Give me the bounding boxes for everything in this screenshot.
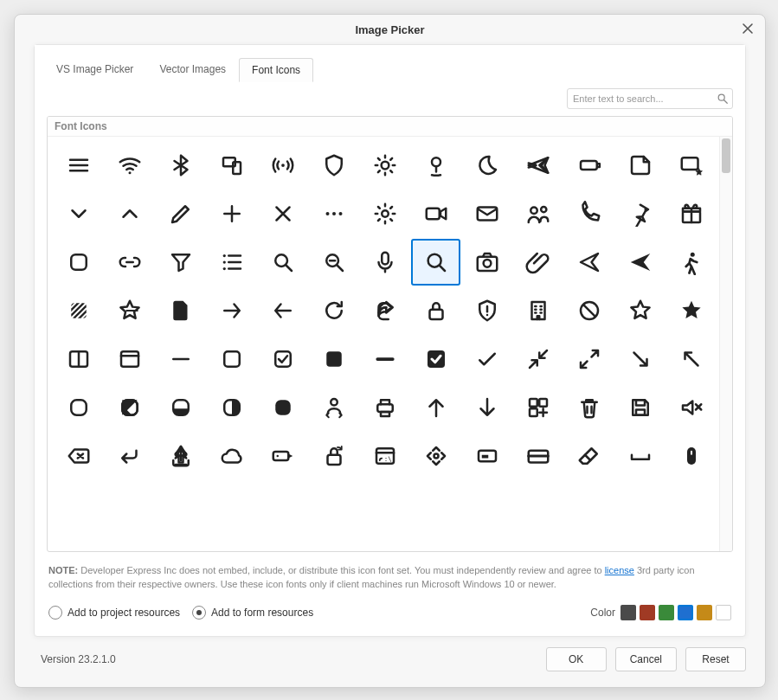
- person-swap-icon[interactable]: [310, 384, 359, 431]
- close-icon[interactable]: [741, 22, 756, 37]
- wifi-icon[interactable]: [106, 142, 155, 189]
- checkbox-checked-outline-icon[interactable]: [259, 336, 308, 382]
- list-icon[interactable]: [208, 239, 257, 286]
- radio-add-to-project[interactable]: Add to project resources: [48, 606, 180, 620]
- mouse-icon[interactable]: [666, 433, 716, 479]
- license-link[interactable]: license: [605, 565, 634, 575]
- link-icon[interactable]: [106, 239, 155, 286]
- upload-icon[interactable]: [157, 433, 206, 479]
- shield-alert-icon[interactable]: [462, 287, 511, 334]
- chevron-down-icon[interactable]: [55, 190, 104, 237]
- scrollbar[interactable]: [719, 137, 732, 551]
- shield-icon[interactable]: [310, 142, 359, 189]
- x-mark-icon[interactable]: [259, 190, 308, 237]
- arrow-right-icon[interactable]: [208, 287, 257, 334]
- mic-icon[interactable]: [361, 239, 410, 286]
- arrow-expand-icon[interactable]: [564, 336, 614, 382]
- arrow-up-icon[interactable]: [411, 384, 460, 431]
- phone-icon[interactable]: [564, 190, 614, 237]
- airplane-icon[interactable]: [513, 142, 563, 189]
- file-solid-icon[interactable]: [157, 287, 206, 334]
- tab-vector-images[interactable]: Vector Images: [146, 57, 239, 81]
- card-small-icon[interactable]: [462, 433, 511, 479]
- minus-bold-icon[interactable]: [361, 336, 410, 382]
- refresh-icon[interactable]: [310, 287, 359, 334]
- scrollbar-thumb[interactable]: [722, 138, 730, 173]
- arrow-left-icon[interactable]: [259, 287, 308, 334]
- rounded-square-half-right-icon[interactable]: [208, 384, 257, 431]
- funnel-icon[interactable]: [157, 239, 206, 286]
- cancel-button[interactable]: Cancel: [615, 647, 677, 671]
- rounded-square-solid-icon[interactable]: [259, 384, 308, 431]
- camera-icon[interactable]: [462, 239, 511, 286]
- sticker-icon[interactable]: [615, 142, 665, 189]
- send-outline-icon[interactable]: [564, 239, 614, 286]
- share-icon[interactable]: [361, 287, 410, 334]
- bluetooth-icon[interactable]: [157, 142, 206, 189]
- cloud-icon[interactable]: [208, 433, 257, 479]
- trash-icon[interactable]: [564, 384, 614, 431]
- color-swatch[interactable]: [678, 605, 693, 620]
- radio-add-to-form[interactable]: Add to form resources: [192, 606, 313, 620]
- reset-button[interactable]: Reset: [685, 647, 746, 671]
- minus-icon[interactable]: [157, 336, 206, 382]
- color-swatch[interactable]: [716, 605, 731, 620]
- card-icon[interactable]: [513, 433, 563, 479]
- spacebar-icon[interactable]: [615, 433, 665, 479]
- columns-icon[interactable]: [55, 336, 104, 382]
- mail-icon[interactable]: [462, 190, 511, 237]
- people-icon[interactable]: [513, 190, 563, 237]
- volume-off-icon[interactable]: [666, 384, 716, 431]
- zoom-out-icon[interactable]: [310, 239, 359, 286]
- arrow-down-right-icon[interactable]: [615, 336, 665, 382]
- backspace-icon[interactable]: [55, 433, 104, 479]
- menu-icon[interactable]: [55, 142, 104, 189]
- chevron-up-icon[interactable]: [106, 190, 155, 237]
- color-swatch[interactable]: [620, 605, 636, 620]
- attachment-icon[interactable]: [513, 239, 563, 286]
- save-icon[interactable]: [615, 384, 665, 431]
- building-icon[interactable]: [513, 287, 563, 334]
- rounded-square-half-bottom-icon[interactable]: [157, 384, 206, 431]
- display-star-icon[interactable]: [666, 142, 716, 189]
- dots-horizontal-icon[interactable]: [310, 190, 359, 237]
- tab-font-icons[interactable]: Font Icons: [239, 58, 313, 82]
- send-solid-icon[interactable]: [615, 239, 665, 286]
- rounded-square-half-bl-icon[interactable]: [106, 384, 155, 431]
- lock-refresh-icon[interactable]: [310, 433, 359, 479]
- square-icon[interactable]: [55, 239, 104, 286]
- arrow-collapse-icon[interactable]: [513, 336, 563, 382]
- tab-vs-image-picker[interactable]: VS Image Picker: [43, 57, 146, 81]
- gift-icon[interactable]: [666, 190, 716, 237]
- hatch-square-icon[interactable]: [55, 287, 104, 334]
- arrow-up-left-icon[interactable]: [666, 336, 716, 382]
- star-solid-icon[interactable]: [666, 287, 716, 334]
- color-swatch[interactable]: [640, 605, 655, 620]
- color-swatch[interactable]: [697, 605, 712, 620]
- broadcast-icon[interactable]: [259, 142, 308, 189]
- lock-icon[interactable]: [411, 287, 460, 334]
- walk-icon[interactable]: [666, 239, 716, 286]
- rounded-square-outline-icon[interactable]: [55, 384, 104, 431]
- print-icon[interactable]: [361, 384, 410, 431]
- return-icon[interactable]: [106, 433, 155, 479]
- prohibited-icon[interactable]: [564, 287, 614, 334]
- video-icon[interactable]: [411, 190, 460, 237]
- navigation-icon[interactable]: [411, 433, 460, 479]
- checkbox-checked-solid-icon[interactable]: [411, 336, 460, 382]
- magnifier-icon[interactable]: [411, 239, 460, 286]
- battery-icon[interactable]: [564, 142, 614, 189]
- pencil-icon[interactable]: [157, 190, 206, 237]
- gear-icon[interactable]: [361, 190, 410, 237]
- pin-icon[interactable]: [615, 190, 665, 237]
- star-half-outline-icon[interactable]: [106, 287, 155, 334]
- star-outline-icon[interactable]: [615, 287, 665, 334]
- checkbox-empty-icon[interactable]: [208, 336, 257, 382]
- tag-icon[interactable]: [259, 433, 308, 479]
- ok-button[interactable]: OK: [546, 647, 607, 671]
- apps-icon[interactable]: [513, 384, 563, 431]
- search-icon[interactable]: [717, 93, 732, 105]
- arrow-down-icon[interactable]: [462, 384, 511, 431]
- pin-map-icon[interactable]: [411, 142, 460, 189]
- eraser-icon[interactable]: [564, 433, 614, 479]
